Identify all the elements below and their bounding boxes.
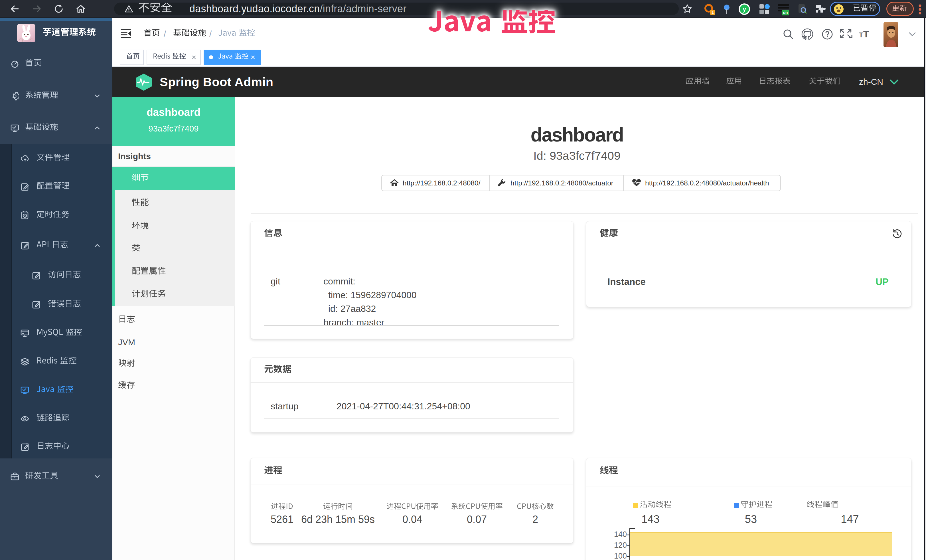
- svg-text:on: on: [783, 10, 788, 15]
- svg-text:1: 1: [711, 10, 714, 15]
- svg-text:y: y: [743, 5, 746, 12]
